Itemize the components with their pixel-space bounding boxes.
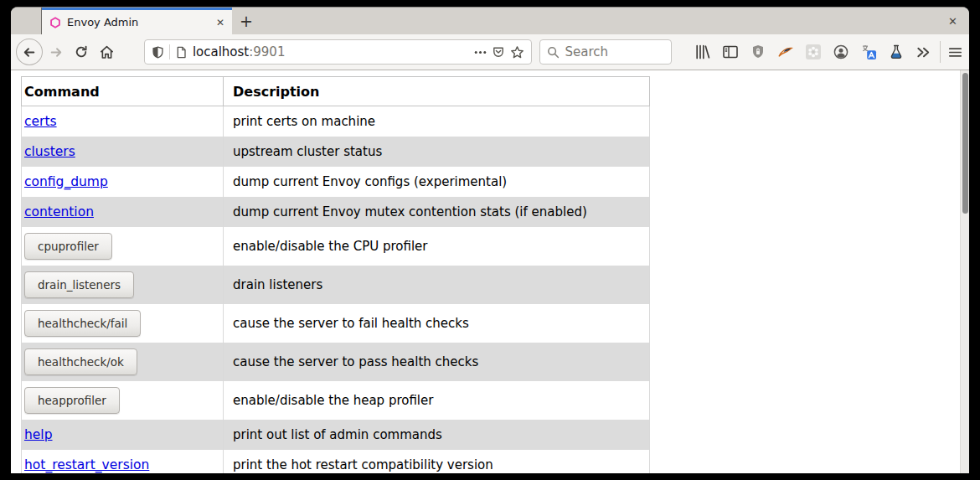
description-text: drain listeners [233, 277, 322, 292]
command-link[interactable]: hot_restart_version [24, 457, 149, 472]
forward-button[interactable] [44, 39, 70, 65]
command-button[interactable]: healthcheck/fail [24, 310, 141, 337]
forward-icon [49, 45, 64, 59]
urlbar-separator [169, 44, 170, 59]
description-cell: print certs on machine [224, 106, 650, 137]
browser-window: Envoy Admin ✕ + ✕ [11, 7, 969, 473]
tab-envoy-admin[interactable]: Envoy Admin ✕ [42, 8, 232, 34]
overflow-chevrons-icon[interactable] [915, 44, 932, 61]
command-button[interactable]: cpuprofiler [24, 233, 112, 260]
url-bar[interactable]: localhost:9901 [144, 39, 532, 65]
reload-icon [74, 44, 89, 59]
command-cell: help [22, 420, 224, 450]
command-cell: hot_restart_version [22, 450, 224, 474]
command-cell: certs [22, 106, 224, 137]
vertical-scrollbar-thumb[interactable] [962, 73, 968, 214]
description-cell: print out list of admin commands [224, 420, 650, 450]
command-link[interactable]: certs [24, 114, 57, 129]
description-text: enable/disable the CPU profiler [233, 239, 427, 254]
command-cell: contention [22, 197, 224, 227]
page-icon[interactable] [175, 46, 188, 59]
command-button[interactable]: drain_listeners [24, 271, 134, 298]
envoy-admin-page: Command Description certsprint certs on … [21, 76, 969, 473]
description-text: print certs on machine [233, 114, 375, 129]
translate-extension-icon[interactable] [859, 44, 877, 61]
page-actions-dots-icon[interactable] [474, 50, 487, 54]
description-text: enable/disable the heap profiler [233, 393, 433, 408]
description-cell: dump current Envoy mutex contention stat… [224, 197, 650, 227]
back-button[interactable] [16, 39, 43, 65]
toolbar-right-icons [694, 44, 932, 61]
command-button[interactable]: heapprofiler [24, 387, 120, 414]
reload-button[interactable] [69, 39, 94, 65]
command-cell: cpuprofiler [22, 227, 224, 266]
account-icon[interactable] [832, 44, 849, 61]
description-text: print the hot restart compatibility vers… [233, 457, 493, 472]
table-row: contentiondump current Envoy mutex conte… [22, 197, 650, 227]
shield-lock-extension-icon[interactable] [749, 44, 766, 61]
description-text: print out list of admin commands [233, 427, 442, 442]
tab-close-icon[interactable]: ✕ [216, 18, 224, 28]
command-link[interactable]: clusters [24, 144, 75, 159]
table-row: clustersupstream cluster status [22, 137, 650, 167]
description-cell: upstream cluster status [224, 137, 650, 167]
pocket-icon[interactable] [492, 45, 505, 59]
command-table-body: certsprint certs on machineclustersupstr… [22, 106, 650, 474]
command-button[interactable]: healthcheck/ok [24, 348, 137, 375]
table-row: certsprint certs on machine [22, 106, 650, 137]
description-cell: cause the server to fail health checks [224, 304, 650, 343]
description-text: dump current Envoy configs (experimental… [233, 174, 507, 189]
bookmark-star-icon[interactable] [510, 45, 524, 59]
command-cell: heapprofiler [22, 381, 224, 420]
new-tab-button[interactable]: + [232, 8, 260, 34]
description-text: upstream cluster status [233, 144, 382, 159]
search-input[interactable] [565, 44, 649, 59]
bird-extension-icon[interactable] [776, 44, 794, 61]
tabbar-empty-space [260, 8, 936, 34]
command-cell: healthcheck/fail [22, 304, 224, 343]
command-column-header: Command [22, 77, 224, 106]
library-icon[interactable] [694, 44, 711, 61]
tracking-shield-icon[interactable] [152, 46, 164, 59]
url-host: localhost [193, 44, 249, 59]
description-text: cause the server to pass health checks [233, 354, 478, 369]
description-cell: enable/disable the CPU profiler [224, 227, 650, 266]
table-row: helpprint out list of admin commands [22, 420, 650, 450]
url-text[interactable]: localhost:9901 [193, 44, 469, 59]
vertical-scrollbar-track[interactable] [960, 70, 969, 473]
command-cell: config_dump [22, 167, 224, 197]
table-header-row: Command Description [22, 77, 650, 106]
description-cell: dump current Envoy configs (experimental… [224, 167, 650, 197]
page-content: Command Description certsprint certs on … [11, 70, 969, 473]
envoy-hexagon-icon [49, 17, 61, 28]
command-link[interactable]: config_dump [24, 174, 108, 189]
sidebar-icon[interactable] [721, 44, 739, 61]
command-link[interactable]: help [24, 427, 53, 442]
description-text: cause the server to fail health checks [233, 316, 469, 331]
table-row: heapprofilerenable/disable the heap prof… [22, 381, 650, 420]
table-row: cpuprofilerenable/disable the CPU profil… [22, 227, 650, 266]
command-cell: clusters [22, 137, 224, 167]
table-row: healthcheck/failcause the server to fail… [22, 304, 650, 343]
table-row: hot_restart_versionprint the hot restart… [22, 450, 650, 474]
table-row: healthcheck/okcause the server to pass h… [22, 343, 650, 381]
flower-extension-icon[interactable] [804, 44, 822, 61]
menu-icon[interactable] [946, 44, 964, 61]
table-row: drain_listenersdrain listeners [22, 266, 650, 304]
description-cell: enable/disable the heap profiler [224, 381, 650, 420]
search-bar[interactable] [539, 39, 673, 65]
description-column-header: Description [224, 77, 650, 106]
description-cell: cause the server to pass health checks [224, 343, 650, 381]
titlebar-spacer [11, 8, 42, 34]
navigation-toolbar: localhost:9901 [11, 34, 969, 70]
home-button[interactable] [94, 39, 119, 65]
toolbar-separator [940, 41, 941, 63]
flask-extension-icon[interactable] [887, 44, 905, 61]
description-cell: drain listeners [224, 266, 650, 304]
home-icon [99, 44, 115, 60]
description-text: dump current Envoy mutex contention stat… [233, 204, 587, 219]
url-port: :9901 [249, 44, 285, 59]
table-row: config_dumpdump current Envoy configs (e… [22, 167, 650, 197]
command-link[interactable]: contention [24, 204, 94, 219]
window-close-icon[interactable]: ✕ [936, 8, 969, 34]
